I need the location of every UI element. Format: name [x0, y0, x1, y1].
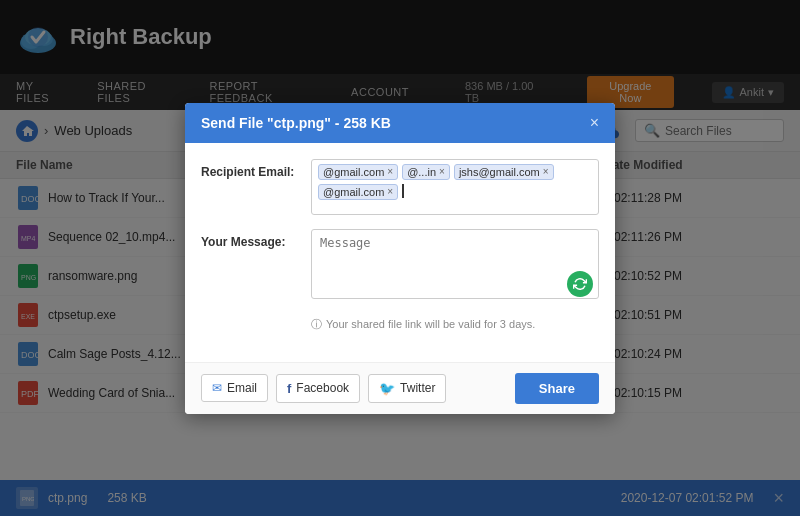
recipient-email-field[interactable]: @gmail.com × @...in × jshs@gmail.com ×: [311, 159, 599, 215]
email-tag-text: @gmail.com: [323, 186, 384, 198]
share-button[interactable]: Share: [515, 373, 599, 404]
text-cursor: [402, 184, 404, 198]
twitter-share-button[interactable]: 🐦 Twitter: [368, 374, 446, 403]
message-row: Your Message:: [201, 229, 599, 303]
email-tag[interactable]: @gmail.com ×: [318, 164, 398, 180]
email-tag-text: jshs@gmail.com: [459, 166, 540, 178]
modal-overlay: Send File "ctp.png" - 258 KB × Recipient…: [0, 0, 800, 516]
remove-tag-button[interactable]: ×: [543, 166, 549, 177]
email-tag-text: @gmail.com: [323, 166, 384, 178]
email-tag[interactable]: @...in ×: [402, 164, 450, 180]
remove-tag-button[interactable]: ×: [387, 186, 393, 197]
send-file-modal: Send File "ctp.png" - 258 KB × Recipient…: [185, 103, 615, 414]
refresh-button[interactable]: [567, 271, 593, 297]
email-icon: ✉: [212, 381, 222, 395]
message-label: Your Message:: [201, 229, 301, 249]
twitter-icon: 🐦: [379, 381, 395, 396]
modal-footer: ✉ Email f Facebook 🐦 Twitter Share: [185, 362, 615, 414]
recipient-label: Recipient Email:: [201, 159, 301, 179]
email-tag[interactable]: jshs@gmail.com ×: [454, 164, 554, 180]
email-share-label: Email: [227, 381, 257, 395]
info-message: Your shared file link will be valid for …: [326, 318, 535, 330]
email-tag[interactable]: @gmail.com ×: [318, 184, 398, 200]
message-textarea[interactable]: [311, 229, 599, 299]
email-tag-text: @...in: [407, 166, 436, 178]
modal-title: Send File "ctp.png" - 258 KB: [201, 115, 391, 131]
twitter-share-label: Twitter: [400, 381, 435, 395]
recipient-row: Recipient Email: @gmail.com × @...in × j…: [201, 159, 599, 215]
facebook-share-label: Facebook: [296, 381, 349, 395]
remove-tag-button[interactable]: ×: [387, 166, 393, 177]
modal-body: Recipient Email: @gmail.com × @...in × j…: [185, 143, 615, 362]
email-share-button[interactable]: ✉ Email: [201, 374, 268, 402]
info-icon: ⓘ: [311, 317, 322, 332]
modal-close-button[interactable]: ×: [590, 115, 599, 131]
recipient-field-container: @gmail.com × @...in × jshs@gmail.com ×: [311, 159, 599, 215]
message-area: [311, 229, 599, 303]
modal-header: Send File "ctp.png" - 258 KB ×: [185, 103, 615, 143]
facebook-icon: f: [287, 381, 291, 396]
facebook-share-button[interactable]: f Facebook: [276, 374, 360, 403]
remove-tag-button[interactable]: ×: [439, 166, 445, 177]
info-text: ⓘ Your shared file link will be valid fo…: [201, 317, 599, 332]
